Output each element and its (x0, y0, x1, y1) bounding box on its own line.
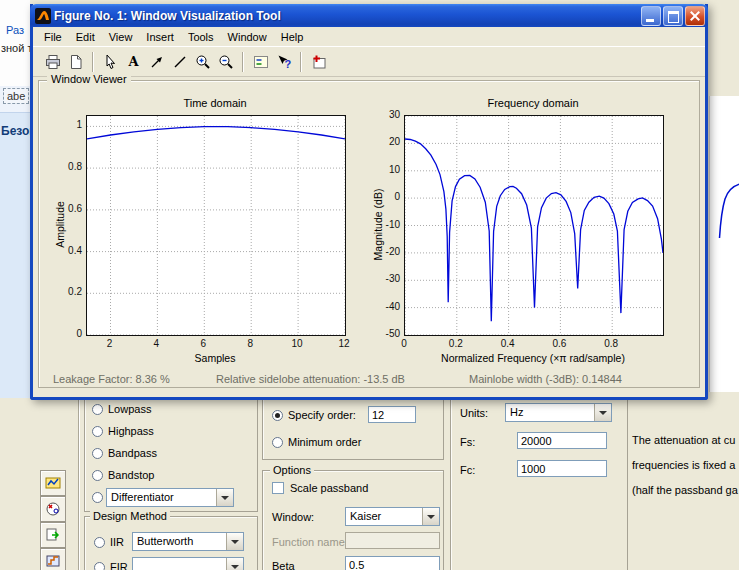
x-axis-label: Samples (86, 352, 344, 364)
design-method-label: Design Method (90, 510, 170, 522)
add-plot-icon[interactable] (307, 51, 330, 73)
window-title: Figure No. 1: Window Visualization Tool (54, 9, 639, 23)
pole-zero-editor-icon[interactable] (40, 496, 66, 522)
minimum-order-label: Minimum order (288, 436, 361, 448)
sidelobe-attenuation-status: Relative sidelobe attenuation: -13.5 dB (216, 373, 405, 385)
filter-order-groupbox (262, 396, 444, 460)
background-text-fragment: Раз (6, 24, 24, 36)
background-text-fragment: зной т (1, 42, 30, 54)
highpass-radio[interactable] (92, 426, 103, 437)
bandpass-radio[interactable] (92, 448, 103, 459)
toolbar: A ? (33, 46, 705, 77)
chevron-down-icon[interactable] (226, 558, 243, 570)
mainlobe-width-status: Mainlobe width (-3dB): 0.14844 (469, 373, 622, 385)
menu-tools[interactable]: Tools (181, 29, 221, 45)
y-tick-label: 0.8 (52, 161, 82, 172)
matlab-figure-icon (35, 8, 51, 24)
info-text-line: frequencies is fixed a (632, 459, 735, 471)
iir-radio[interactable] (94, 537, 105, 548)
print-preview-icon[interactable] (64, 51, 87, 73)
bandstop-radio[interactable] (92, 470, 103, 481)
highpass-label: Highpass (108, 425, 154, 437)
y-tick-label: 0 (52, 328, 82, 339)
menu-view[interactable]: View (102, 29, 140, 45)
chevron-down-icon[interactable] (226, 533, 243, 550)
menu-edit[interactable]: Edit (69, 29, 102, 45)
frequency-domain-chart: Frequency domain Magnitude (dB) Normaliz… (365, 93, 695, 365)
import-filter-icon[interactable] (40, 522, 66, 548)
specify-order-radio[interactable] (272, 410, 283, 421)
background-left-strip: Раз зной т abe Безопас (0, 0, 30, 398)
zoom-out-icon[interactable] (214, 51, 237, 73)
window-viewer-label: Window Viewer (47, 73, 131, 85)
minimize-button[interactable] (641, 6, 661, 26)
differentiator-radio[interactable] (92, 492, 103, 503)
y-tick-label: 30 (370, 109, 400, 120)
fs-input[interactable] (517, 432, 607, 449)
y-tick-label: 0.4 (52, 245, 82, 256)
y-tick-label: 1 (52, 119, 82, 130)
window-viewer-panel: Window Viewer Time domain Amplitude Samp… (38, 80, 700, 388)
beta-input[interactable] (345, 556, 440, 570)
minimum-order-radio[interactable] (272, 437, 283, 448)
fir-radio[interactable] (94, 562, 105, 570)
x-tick-label: 2 (89, 338, 129, 349)
zoom-in-icon[interactable] (191, 51, 214, 73)
insert-line-icon[interactable] (168, 51, 191, 73)
fdatool-panel: Lowpass Highpass Bandpass Bandstop Diffe… (0, 398, 739, 570)
filter-response-curve-fragment (710, 96, 739, 392)
window-select[interactable]: Kaiser (345, 507, 440, 526)
x-tick-label: 8 (230, 338, 270, 349)
specify-order-input[interactable] (368, 406, 416, 423)
whats-this-help-icon[interactable]: ? (272, 51, 295, 73)
close-button[interactable] (685, 6, 705, 26)
chevron-down-icon[interactable] (422, 508, 439, 525)
menu-file[interactable]: File (37, 29, 69, 45)
design-filter-icon[interactable] (40, 470, 66, 496)
title-bar[interactable]: Figure No. 1: Window Visualization Tool (30, 4, 708, 27)
background-text-fragment: Безопас (1, 124, 30, 138)
maximize-button[interactable] (663, 6, 683, 26)
fc-input[interactable] (517, 460, 607, 477)
insert-text-icon[interactable]: A (122, 51, 145, 73)
insert-arrow-icon[interactable] (145, 51, 168, 73)
bandstop-label: Bandstop (108, 469, 154, 481)
menu-insert[interactable]: Insert (139, 29, 181, 45)
menu-window[interactable]: Window (221, 29, 274, 45)
scale-passband-checkbox[interactable] (272, 482, 284, 494)
units-select[interactable]: Hz (505, 403, 612, 422)
chevron-down-icon[interactable] (594, 404, 611, 421)
x-tick-label: 12 (324, 338, 364, 349)
beta-label: Beta (272, 560, 295, 570)
toolbar-separator (242, 52, 244, 72)
quantization-icon[interactable] (40, 548, 66, 570)
options-label: Options (270, 464, 314, 476)
bandpass-label: Bandpass (108, 447, 157, 459)
y-tick-label: 0 (370, 191, 400, 202)
lowpass-radio[interactable] (92, 404, 103, 415)
print-icon[interactable] (41, 51, 64, 73)
differentiator-select[interactable]: Differentiator (106, 488, 234, 507)
units-label: Units: (460, 407, 488, 419)
toolbar-separator (300, 52, 302, 72)
y-tick-label: -30 (370, 273, 400, 284)
toolbar-separator (92, 52, 94, 72)
background-blue-panel (0, 112, 30, 398)
y-tick-label: -40 (370, 301, 400, 312)
fs-label: Fs: (460, 436, 475, 448)
fir-label: FIR (110, 561, 128, 570)
fir-method-select[interactable] (132, 557, 244, 570)
insert-legend-icon[interactable] (249, 51, 272, 73)
x-tick-label: 0.4 (488, 338, 528, 349)
background-abe-button[interactable]: abe (3, 88, 29, 104)
edit-plot-pointer-icon[interactable] (99, 51, 122, 73)
chevron-down-icon[interactable] (216, 489, 233, 506)
menu-help[interactable]: Help (274, 29, 311, 45)
function-name-label: Function name: (272, 536, 348, 548)
x-tick-label: 4 (136, 338, 176, 349)
svg-text:?: ? (284, 57, 291, 69)
iir-method-select[interactable]: Butterworth (132, 532, 244, 551)
x-tick-label: 10 (277, 338, 317, 349)
y-tick-label: 10 (370, 164, 400, 175)
frequency-specs-groupbox (450, 396, 628, 570)
